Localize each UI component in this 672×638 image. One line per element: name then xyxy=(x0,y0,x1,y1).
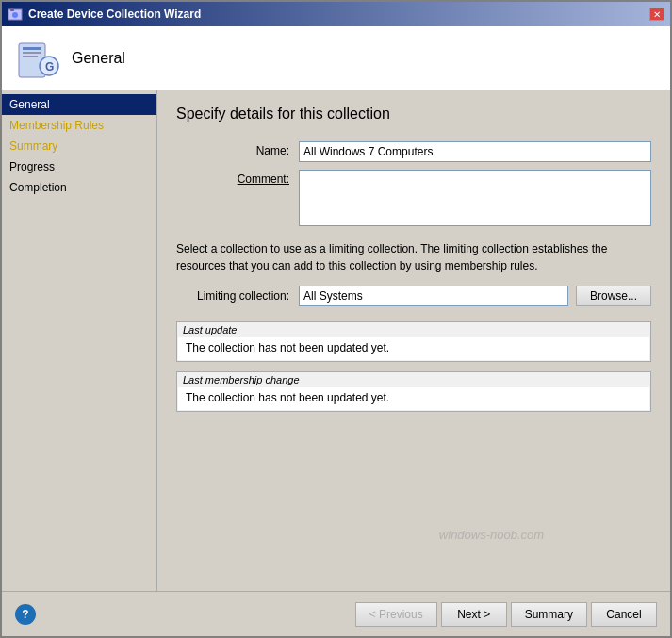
title-bar: Create Device Collection Wizard ✕ xyxy=(2,2,670,26)
summary-button[interactable]: Summary xyxy=(511,602,587,627)
wizard-window: Create Device Collection Wizard ✕ G Gene… xyxy=(0,0,672,638)
cancel-button[interactable]: Cancel xyxy=(591,602,657,627)
sidebar-item-progress[interactable]: Progress xyxy=(2,156,156,177)
wizard-body: General Membership Rules Summary Progres… xyxy=(2,90,670,591)
browse-button[interactable]: Browse... xyxy=(576,286,651,306)
sidebar-item-completion[interactable]: Completion xyxy=(2,177,156,198)
last-update-box: Last update The collection has not been … xyxy=(176,321,651,362)
name-row: Name: xyxy=(176,141,651,162)
last-membership-box: Last membership change The collection ha… xyxy=(176,371,651,412)
limiting-row: Limiting collection: Browse... xyxy=(176,286,651,306)
svg-point-2 xyxy=(12,12,18,18)
help-icon[interactable]: ? xyxy=(15,604,36,625)
comment-label: Comment: xyxy=(176,170,299,186)
content-wrap: Specify details for this collection Name… xyxy=(157,90,670,591)
close-button[interactable]: ✕ xyxy=(649,8,664,21)
wizard-footer: ? < Previous Next > Summary Cancel xyxy=(2,591,670,636)
content-title: Specify details for this collection xyxy=(176,106,651,123)
title-bar-icon xyxy=(8,7,23,22)
previous-button[interactable]: < Previous xyxy=(355,602,437,627)
sidebar: General Membership Rules Summary Progres… xyxy=(2,90,157,591)
name-input[interactable] xyxy=(299,141,651,162)
last-update-title: Last update xyxy=(177,322,650,337)
svg-text:G: G xyxy=(45,60,54,74)
last-membership-title: Last membership change xyxy=(177,372,650,387)
wizard-header-icon: G xyxy=(15,36,60,81)
footer-buttons: < Previous Next > Summary Cancel xyxy=(355,602,657,627)
wizard-header-title: General xyxy=(72,50,125,67)
name-label: Name: xyxy=(176,141,299,157)
svg-rect-1 xyxy=(10,8,14,11)
title-bar-text: Create Device Collection Wizard xyxy=(28,8,201,21)
content-panel: Specify details for this collection Name… xyxy=(157,90,670,591)
info-text: Select a collection to use as a limiting… xyxy=(176,240,651,274)
sidebar-item-summary[interactable]: Summary xyxy=(2,136,156,156)
comment-row: Comment: xyxy=(176,170,651,229)
svg-rect-6 xyxy=(23,56,38,57)
sidebar-item-membership-rules[interactable]: Membership Rules xyxy=(2,115,156,136)
next-button[interactable]: Next > xyxy=(441,602,507,627)
svg-rect-5 xyxy=(23,52,41,54)
limiting-label: Limiting collection: xyxy=(176,289,299,303)
name-control xyxy=(299,141,651,162)
last-membership-content: The collection has not been updated yet. xyxy=(178,387,649,410)
comment-textarea[interactable] xyxy=(299,170,651,226)
comment-control xyxy=(299,170,651,229)
wizard-header: G General xyxy=(2,26,670,90)
last-update-content: The collection has not been updated yet. xyxy=(178,337,649,360)
limiting-input[interactable] xyxy=(299,286,568,306)
sidebar-item-general[interactable]: General xyxy=(2,94,156,115)
title-bar-left: Create Device Collection Wizard xyxy=(8,7,201,22)
footer-left: ? xyxy=(15,604,36,625)
svg-rect-4 xyxy=(23,47,41,50)
